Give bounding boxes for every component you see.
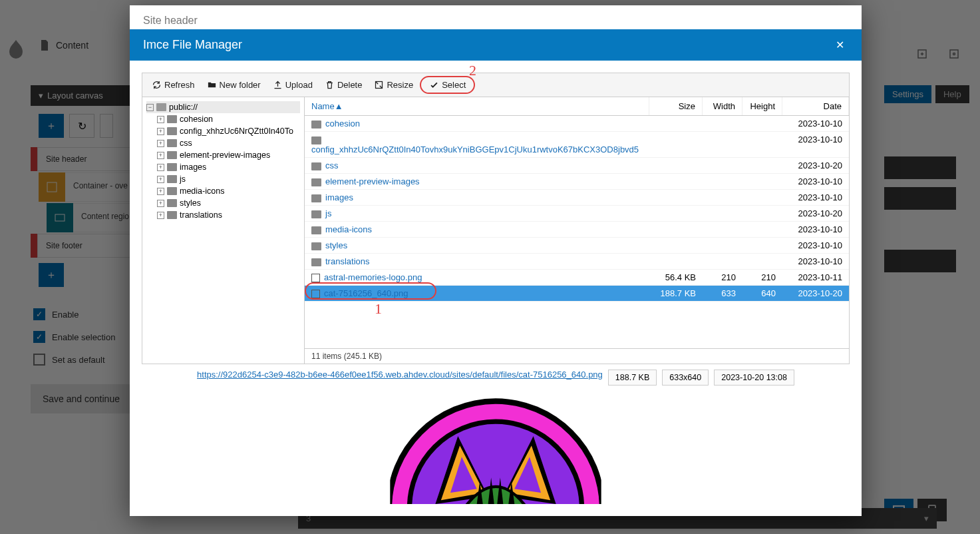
tree-root[interactable]: −public:// <box>146 101 300 113</box>
select-button[interactable]: Select <box>420 76 475 94</box>
tree-item[interactable]: +cohesion <box>146 113 300 125</box>
refresh-button[interactable]: Refresh <box>146 77 200 93</box>
file-list-header: Name▲ Size Width Height Date <box>305 97 849 116</box>
file-rows: cohesion2023-10-10config_xhhzUc6NrQZtt0I… <box>305 116 849 348</box>
trash-icon <box>325 80 335 90</box>
preview-size: 188.7 KB <box>608 370 657 386</box>
cat-preview-svg <box>309 391 682 504</box>
file-list: Name▲ Size Width Height Date cohesion202… <box>305 97 849 364</box>
resize-button[interactable]: Resize <box>369 77 418 93</box>
annotation-1: 1 <box>375 300 382 318</box>
dialog-header: Imce File Manager ✕ <box>130 29 862 61</box>
image-icon <box>311 274 320 282</box>
dialog-context-title: Site header <box>130 5 862 29</box>
file-manager: Refresh New folder Upload Delete Resize … <box>142 73 850 364</box>
sort-by-name[interactable]: Name▲ <box>305 97 649 115</box>
folder-icon <box>311 210 321 218</box>
file-row[interactable]: css2023-10-20 <box>305 158 849 174</box>
file-row[interactable]: cat-7516256_640.png188.7 KB6336402023-10… <box>305 286 849 302</box>
folder-plus-icon <box>207 80 217 90</box>
annotation-2: 2 <box>469 62 476 79</box>
file-row[interactable]: images2023-10-10 <box>305 190 849 206</box>
file-row[interactable]: translations2023-10-10 <box>305 254 849 270</box>
folder-icon <box>311 242 321 250</box>
refresh-icon <box>152 80 162 90</box>
file-row[interactable]: cohesion2023-10-10 <box>305 116 849 132</box>
folder-icon <box>311 194 321 202</box>
dialog-title: Imce File Manager <box>143 38 242 52</box>
sort-by-date[interactable]: Date <box>782 97 849 115</box>
file-row[interactable]: config_xhhzUc6NrQZtt0In40Tovhx9ukYniBGGE… <box>305 132 849 158</box>
new-folder-button[interactable]: New folder <box>202 77 266 93</box>
tree-item[interactable]: +media-icons <box>146 185 300 197</box>
check-icon <box>429 80 439 90</box>
dialog-close-button[interactable]: ✕ <box>832 37 848 53</box>
delete-button[interactable]: Delete <box>319 77 368 93</box>
file-row[interactable]: js2023-10-20 <box>305 206 849 222</box>
status-bar: 11 items (245.1 KB) <box>305 348 849 364</box>
resize-icon <box>374 80 384 90</box>
sort-by-size[interactable]: Size <box>649 97 703 115</box>
folder-icon <box>311 178 321 186</box>
preview-image <box>142 391 850 504</box>
tree-item[interactable]: +config_xhhzUc6NrQZtt0In40To <box>146 125 300 137</box>
file-row[interactable]: astral-memories-logo.png56.4 KB210210202… <box>305 270 849 286</box>
preview-dims: 633x640 <box>662 370 709 386</box>
image-icon <box>311 290 320 298</box>
tree-item[interactable]: +translations <box>146 209 300 221</box>
fm-toolbar: Refresh New folder Upload Delete Resize … <box>142 73 849 97</box>
upload-icon <box>273 80 283 90</box>
tree-item[interactable]: +element-preview-images <box>146 149 300 161</box>
folder-icon <box>311 136 321 144</box>
tree-item[interactable]: +js <box>146 173 300 185</box>
sort-by-width[interactable]: Width <box>703 97 742 115</box>
file-row[interactable]: styles2023-10-10 <box>305 238 849 254</box>
folder-tree: −public:// +cohesion+config_xhhzUc6NrQZt… <box>142 97 305 364</box>
file-row[interactable]: media-icons2023-10-10 <box>305 222 849 238</box>
sort-asc-icon: ▲ <box>335 101 343 111</box>
folder-icon <box>311 226 321 234</box>
folder-icon <box>311 121 321 129</box>
tree-item[interactable]: +styles <box>146 197 300 209</box>
imce-dialog: Site header Imce File Manager ✕ Refresh … <box>130 5 862 516</box>
tree-item[interactable]: +css <box>146 137 300 149</box>
preview-time: 2023-10-20 13:08 <box>714 370 794 386</box>
sort-by-height[interactable]: Height <box>742 97 782 115</box>
tree-item[interactable]: +images <box>146 161 300 173</box>
file-row[interactable]: element-preview-images2023-10-10 <box>305 174 849 190</box>
upload-button[interactable]: Upload <box>267 77 318 93</box>
preview-info: https://922d6254-c3e9-482b-b6ee-466ef0ee… <box>142 364 850 391</box>
preview-url-link[interactable]: https://922d6254-c3e9-482b-b6ee-466ef0ee… <box>197 370 603 386</box>
folder-icon <box>311 258 321 266</box>
folder-icon <box>311 162 321 170</box>
